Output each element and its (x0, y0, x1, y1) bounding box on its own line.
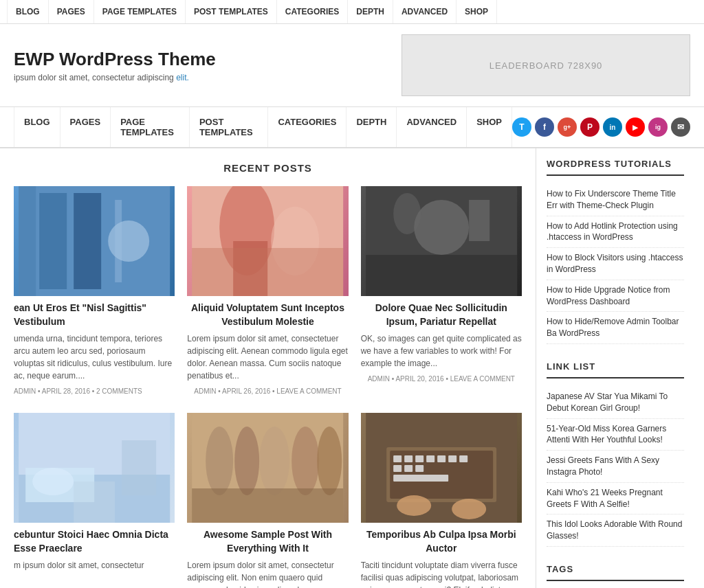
post-card-2: Aliquid Voluptatem Sunt Inceptos Vestibu… (187, 186, 348, 400)
tags-title: TAGS (547, 564, 684, 581)
main-nav-page-templates[interactable]: PAGE TEMPLATES (111, 107, 190, 147)
list-item: Kahi Who's 21 Weeks Pregnant Greets F Wi… (547, 483, 684, 515)
top-nav-post-templates[interactable]: POST TEMPLATES (186, 0, 277, 23)
top-nav-categories[interactable]: CATEGORIES (277, 0, 348, 23)
site-description: ipsum dolor sit amet, consectetur adipis… (14, 73, 216, 82)
post-5-excerpt: Lorem ipsum dolor sit amet, consectetur … (187, 559, 348, 588)
post-6-excerpt: Taciti tincidunt voluptate diam viverra … (361, 559, 522, 588)
post-card-6: Temporibus Ab Culpa Ipsa Morbi Auctor Ta… (361, 413, 522, 588)
list-item: How to Add Hotlink Protection using .hta… (547, 216, 684, 249)
svg-rect-40 (404, 465, 412, 472)
svg-point-26 (292, 427, 319, 495)
top-nav-depth[interactable]: DEPTH (348, 0, 393, 23)
post-1-meta: ADMIN • APRIL 28, 2016 • 2 COMMENTS (14, 387, 175, 395)
post-3-title[interactable]: Dolore Quae Nec Sollicitudin Ipsum, Pari… (361, 302, 522, 328)
post-2-excerpt: Lorem ipsum dolor sit amet, consectetuer… (187, 332, 348, 382)
email-icon[interactable]: ✉ (671, 117, 690, 137)
site-branding: EWP WordPress Theme ipsum dolor sit amet… (14, 49, 216, 82)
svg-point-44 (452, 499, 486, 519)
wordpress-tutorials-widget: WORDPRESS TUTORIALS How to Fix Underscor… (547, 159, 684, 344)
svg-rect-28 (192, 488, 343, 523)
site-title: EWP WordPress Theme (14, 49, 216, 70)
post-2-thumbnail[interactable] (187, 186, 348, 296)
post-5-thumbnail[interactable] (187, 413, 348, 523)
top-nav-shop[interactable]: SHOP (456, 0, 497, 23)
svg-rect-19 (122, 440, 156, 495)
svg-rect-3 (19, 186, 36, 296)
main-nav-categories[interactable]: CATEGORIES (268, 107, 346, 147)
instagram-icon[interactable]: ig (648, 117, 668, 137)
link-4[interactable]: Kahi Who's 21 Weeks Pregnant Greets F Wi… (547, 488, 663, 509)
content-wrapper: RECENT POSTS ean Ut Eros Et "Nisl Sagitt… (0, 148, 704, 588)
link-1[interactable]: Japanese AV Star Yua Mikami To Debut Kor… (547, 392, 668, 413)
tutorial-link-5[interactable]: How to Hide/Remove Admin Toolbar Ba Word… (547, 317, 679, 338)
post-1-excerpt: umenda urna, tincidunt tempora, teriores… (14, 332, 175, 382)
post-3-thumbnail[interactable] (361, 186, 522, 296)
wordpress-tutorials-title: WORDPRESS TUTORIALS (547, 159, 684, 176)
top-nav-pages[interactable]: PAGES (49, 0, 94, 23)
main-nav-post-templates[interactable]: POST TEMPLATES (190, 107, 268, 147)
main-nav-advanced[interactable]: ADVANCED (397, 107, 467, 147)
youtube-icon[interactable]: ▶ (626, 117, 645, 137)
linkedin-icon[interactable]: in (603, 117, 622, 137)
post-6-thumbnail[interactable] (361, 413, 522, 523)
tutorial-link-1[interactable]: How to Fix Underscore Theme Title Err wi… (547, 189, 676, 210)
top-navigation: BLOG PAGES PAGE TEMPLATES POST TEMPLATES… (0, 0, 704, 24)
tutorials-list: How to Fix Underscore Theme Title Err wi… (547, 184, 684, 344)
post-6-title[interactable]: Temporibus Ab Culpa Ipsa Morbi Auctor (361, 528, 522, 555)
svg-rect-33 (404, 455, 412, 462)
tags-widget: TAGS (547, 564, 684, 581)
main-nav-blog[interactable]: BLOG (14, 107, 60, 147)
list-item: 51-Year-Old Miss Korea Garners Attenti W… (547, 419, 684, 451)
google-plus-icon[interactable]: g+ (558, 117, 577, 137)
svg-rect-42 (393, 475, 448, 482)
svg-point-14 (393, 193, 421, 234)
main-nav-shop[interactable]: SHOP (467, 107, 512, 147)
post-3-meta: ADMIN • APRIL 20, 2016 • LEAVE A COMMENT (361, 375, 522, 383)
post-2-title[interactable]: Aliquid Voluptatem Sunt Inceptos Vestibu… (187, 302, 348, 328)
post-1-body: ean Ut Eros Et "Nisl Sagittis" Vestibulu… (14, 296, 175, 400)
svg-rect-39 (393, 465, 402, 472)
post-4-thumbnail[interactable] (14, 413, 175, 523)
post-card-3: Dolore Quae Nec Sollicitudin Ipsum, Pari… (361, 186, 522, 400)
main-nav-pages[interactable]: PAGES (60, 107, 111, 147)
post-1-title[interactable]: ean Ut Eros Et "Nisl Sagittis" Vestibulu… (14, 302, 175, 328)
post-5-title[interactable]: Awesome Sample Post With Everything With… (187, 528, 348, 555)
link-3[interactable]: Jessi Greets Fans With A Sexy Instagra P… (547, 455, 659, 477)
tutorial-link-4[interactable]: How to Hide Upgrade Notice from WordPres… (547, 285, 670, 306)
main-nav-depth[interactable]: DEPTH (346, 107, 397, 147)
post-card-5: Awesome Sample Post With Everything With… (187, 413, 348, 588)
svg-rect-41 (415, 465, 424, 472)
pinterest-icon[interactable]: P (580, 117, 600, 137)
link-5[interactable]: This Idol Looks Adorable With Round Glas… (547, 519, 682, 541)
top-nav-blog[interactable]: BLOG (7, 0, 49, 23)
svg-rect-5 (115, 200, 122, 282)
svg-rect-36 (437, 455, 446, 462)
svg-rect-13 (366, 255, 517, 296)
main-nav-links: BLOG PAGES PAGE TEMPLATES POST TEMPLATES… (14, 107, 512, 147)
tutorial-link-3[interactable]: How to Block Visitors using .htaccess in… (547, 253, 683, 274)
post-4-title[interactable]: cebuntur Stoici Haec Omnia Dicta Esse Pr… (14, 528, 175, 555)
facebook-icon[interactable]: f (535, 117, 554, 137)
svg-rect-37 (448, 455, 456, 462)
link-list-widget: LINK LIST Japanese AV Star Yua Mikami To… (547, 361, 684, 547)
list-item: How to Block Visitors using .htaccess in… (547, 248, 684, 280)
sidebar: WORDPRESS TUTORIALS How to Fix Underscor… (536, 148, 694, 588)
description-link[interactable]: elit. (176, 73, 189, 82)
svg-point-12 (414, 200, 469, 255)
post-5-body: Awesome Sample Post With Everything With… (187, 523, 348, 588)
svg-rect-21 (74, 482, 115, 523)
link-2[interactable]: 51-Year-Old Miss Korea Garners Attenti W… (547, 424, 666, 445)
top-nav-page-templates[interactable]: PAGE TEMPLATES (94, 0, 186, 23)
post-3-excerpt: OK, so images can get quite complicated … (361, 332, 522, 370)
twitter-icon[interactable]: T (512, 117, 531, 137)
svg-point-4 (108, 220, 149, 262)
list-item: Japanese AV Star Yua Mikami To Debut Kor… (547, 387, 684, 419)
svg-rect-35 (426, 455, 434, 462)
svg-point-27 (317, 427, 342, 495)
list-item: How to Hide Upgrade Notice from WordPres… (547, 280, 684, 313)
top-nav-advanced[interactable]: ADVANCED (393, 0, 456, 23)
post-1-thumbnail[interactable] (14, 186, 175, 296)
svg-rect-34 (415, 455, 424, 462)
tutorial-link-2[interactable]: How to Add Hotlink Protection using .hta… (547, 221, 678, 242)
